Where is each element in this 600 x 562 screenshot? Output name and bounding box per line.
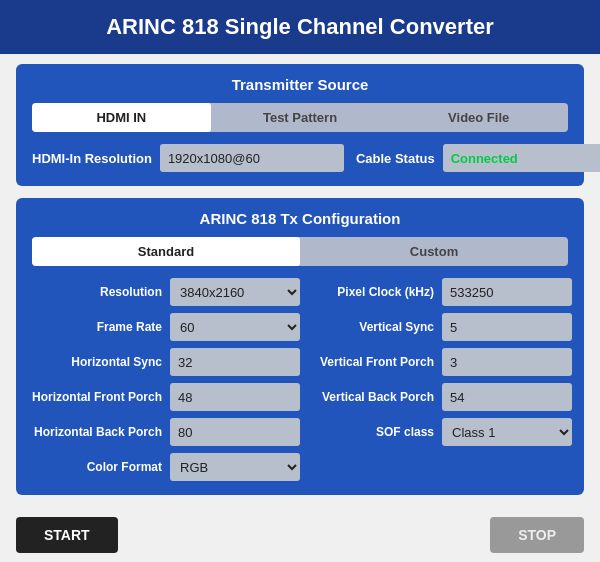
horiz-front-porch-input[interactable] bbox=[170, 383, 300, 411]
vertical-sync-row: Vertical Sync bbox=[320, 313, 572, 341]
resolution-row: Resolution 3840x2160 1920x1080 1280x720 bbox=[32, 278, 300, 306]
tab-video-file[interactable]: Video File bbox=[389, 103, 568, 132]
sof-class-label: SOF class bbox=[344, 425, 434, 439]
frame-rate-select[interactable]: 60 30 24 bbox=[170, 313, 300, 341]
arinc-tab-row: Standard Custom bbox=[32, 237, 568, 266]
cable-status-group: Cable Status bbox=[356, 144, 600, 172]
main-content: Transmitter Source HDMI IN Test Pattern … bbox=[0, 54, 600, 509]
vert-front-porch-label: Vertical Front Porch bbox=[320, 355, 434, 369]
vert-back-porch-row: Vertical Back Porch bbox=[320, 383, 572, 411]
vertical-sync-input[interactable] bbox=[442, 313, 572, 341]
pixel-clock-label: Pixel Clock (kHz) bbox=[337, 285, 434, 299]
page-title: ARINC 818 Single Channel Converter bbox=[0, 0, 600, 54]
resolution-label: HDMI-In Resolution bbox=[32, 151, 152, 166]
vert-front-porch-input[interactable] bbox=[442, 348, 572, 376]
transmitter-tab-row: HDMI IN Test Pattern Video File bbox=[32, 103, 568, 132]
tab-test-pattern[interactable]: Test Pattern bbox=[211, 103, 390, 132]
stop-button[interactable]: STOP bbox=[490, 517, 584, 553]
cable-status-input bbox=[443, 144, 600, 172]
tab-hdmi-in[interactable]: HDMI IN bbox=[32, 103, 211, 132]
vertical-sync-label: Vertical Sync bbox=[344, 320, 434, 334]
horiz-back-porch-row: Horizontal Back Porch bbox=[32, 418, 300, 446]
sof-class-row: SOF class Class 1 Class 2 Class 3 bbox=[320, 418, 572, 446]
button-row: START STOP bbox=[0, 509, 600, 561]
resolution-group: HDMI-In Resolution bbox=[32, 144, 344, 172]
horiz-sync-row: Horizontal Sync bbox=[32, 348, 300, 376]
horiz-sync-input[interactable] bbox=[170, 348, 300, 376]
resolution-config-label: Resolution bbox=[72, 285, 162, 299]
transmitter-fields: HDMI-In Resolution Cable Status bbox=[32, 144, 568, 172]
frame-rate-row: Frame Rate 60 30 24 bbox=[32, 313, 300, 341]
vert-front-porch-row: Vertical Front Porch bbox=[320, 348, 572, 376]
transmitter-panel-title: Transmitter Source bbox=[32, 76, 568, 93]
pixel-clock-input[interactable] bbox=[442, 278, 572, 306]
arinc-panel-title: ARINC 818 Tx Configuration bbox=[32, 210, 568, 227]
horiz-back-porch-label: Horizontal Back Porch bbox=[34, 425, 162, 439]
vert-back-porch-input[interactable] bbox=[442, 383, 572, 411]
vert-back-porch-label: Vertical Back Porch bbox=[322, 390, 434, 404]
resolution-select[interactable]: 3840x2160 1920x1080 1280x720 bbox=[170, 278, 300, 306]
color-format-select[interactable]: RGB YCbCr 4:4:4 YCbCr 4:2:2 bbox=[170, 453, 300, 481]
frame-rate-label: Frame Rate bbox=[72, 320, 162, 334]
color-format-label: Color Format bbox=[72, 460, 162, 474]
tab-standard[interactable]: Standard bbox=[32, 237, 300, 266]
cable-status-label: Cable Status bbox=[356, 151, 435, 166]
sof-class-select[interactable]: Class 1 Class 2 Class 3 bbox=[442, 418, 572, 446]
horiz-sync-label: Horizontal Sync bbox=[71, 355, 162, 369]
horiz-back-porch-input[interactable] bbox=[170, 418, 300, 446]
start-button[interactable]: START bbox=[16, 517, 118, 553]
transmitter-panel: Transmitter Source HDMI IN Test Pattern … bbox=[16, 64, 584, 186]
color-format-row: Color Format RGB YCbCr 4:4:4 YCbCr 4:2:2 bbox=[32, 453, 300, 481]
horiz-front-porch-label: Horizontal Front Porch bbox=[32, 390, 162, 404]
horiz-front-porch-row: Horizontal Front Porch bbox=[32, 383, 300, 411]
resolution-input[interactable] bbox=[160, 144, 344, 172]
config-grid: Resolution 3840x2160 1920x1080 1280x720 … bbox=[32, 278, 568, 481]
arinc-panel: ARINC 818 Tx Configuration Standard Cust… bbox=[16, 198, 584, 495]
pixel-clock-row: Pixel Clock (kHz) bbox=[320, 278, 572, 306]
tab-custom[interactable]: Custom bbox=[300, 237, 568, 266]
